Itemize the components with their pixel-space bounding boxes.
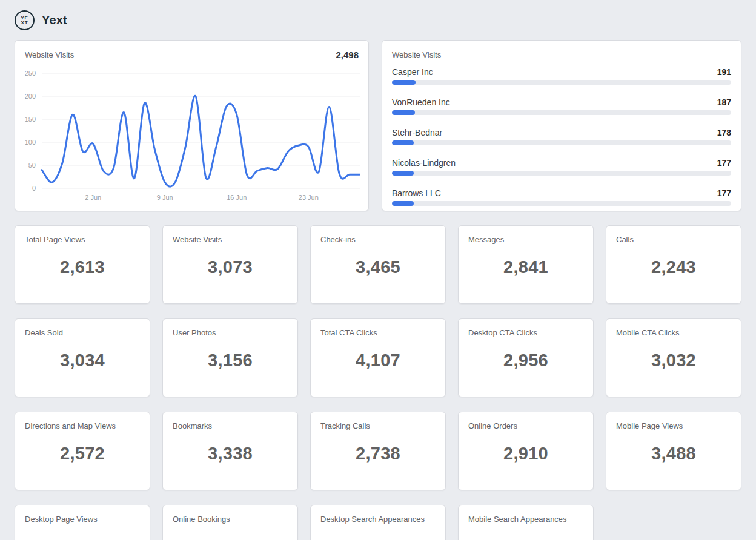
metric-value: 3,032 <box>616 351 731 370</box>
entity-bar-fill <box>392 80 416 85</box>
entity-value: 178 <box>717 128 731 137</box>
dashboard-page: YE XT Yext Website Visits 2,498 05010015… <box>0 0 756 540</box>
entity-card-title: Website Visits <box>392 50 731 59</box>
metric-label: Tracking Calls <box>320 421 436 430</box>
brand-title: Yext <box>42 13 67 27</box>
metric-label: Check-ins <box>320 235 436 244</box>
metric-value: 3,338 <box>173 444 288 464</box>
metric-card: Mobile Page Views 3,488 <box>606 412 741 490</box>
metric-label: Desktop CTA Clicks <box>468 328 583 337</box>
metric-label: Desktop Search Appearances <box>320 515 436 524</box>
metric-label: Online Orders <box>468 421 583 430</box>
metric-label: Online Bookings <box>173 515 288 524</box>
entity-list-item: Casper Inc 191 <box>392 67 731 85</box>
entity-bar-track <box>392 80 731 85</box>
metric-card: Desktop CTA Clicks 2,956 <box>458 318 594 397</box>
metric-value: 2,910 <box>468 444 583 464</box>
metric-value: 2,738 <box>320 444 436 464</box>
website-visits-chart-card: Website Visits 2,498 0501001502002502 Ju… <box>15 40 369 211</box>
entity-name: Stehr-Bednar <box>392 128 442 137</box>
chart-title: Website Visits <box>25 50 74 59</box>
metric-card: Check-ins 3,465 <box>310 225 446 304</box>
entity-name: Barrows LLC <box>392 188 441 198</box>
y-tick-label: 0 <box>32 185 36 192</box>
metric-label: Desktop Page Views <box>25 515 140 524</box>
metric-label: Bookmarks <box>173 421 288 430</box>
metric-card: Calls 2,243 <box>606 225 741 304</box>
metric-card: Total Page Views 2,613 <box>15 225 150 304</box>
metric-card: Desktop Search Appearances <box>310 505 446 540</box>
x-tick-label: 2 Jun <box>85 194 101 201</box>
metric-card: Desktop Page Views <box>15 505 150 540</box>
entity-bar-track <box>392 110 731 115</box>
entity-name: Casper Inc <box>392 67 433 77</box>
metric-label: Website Visits <box>173 235 288 244</box>
metric-label: Mobile Page Views <box>616 421 731 430</box>
metric-value: 2,956 <box>468 351 583 370</box>
entity-list-item: Nicolas-Lindgren 177 <box>392 157 731 176</box>
entity-value: 191 <box>717 67 731 77</box>
metric-card: User Photos 3,156 <box>162 318 298 397</box>
metric-label: Messages <box>468 235 583 244</box>
entity-value: 187 <box>717 97 731 107</box>
metric-card: Tracking Calls 2,738 <box>310 412 446 490</box>
metric-value: 3,034 <box>25 351 140 370</box>
metrics-grid: Total Page Views 2,613 Website Visits 3,… <box>15 225 741 540</box>
entity-name: Nicolas-Lindgren <box>392 158 456 168</box>
visits-line-series <box>42 96 360 186</box>
entity-name-row: Nicolas-Lindgren 177 <box>392 157 731 168</box>
entity-list: Casper Inc 191 VonRueden Inc 187 Stehr-B… <box>392 67 731 206</box>
entity-name-row: Barrows LLC 177 <box>392 188 731 198</box>
entity-bar-track <box>392 140 731 145</box>
x-tick-label: 23 Jun <box>299 194 319 201</box>
metric-value: 3,488 <box>616 444 731 464</box>
top-row: Website Visits 2,498 0501001502002502 Ju… <box>15 40 741 211</box>
metric-value: 2,841 <box>468 257 583 277</box>
entity-bar-track <box>392 171 731 176</box>
entity-name-row: Stehr-Bednar 178 <box>392 127 731 137</box>
metric-label: Deals Sold <box>25 328 140 337</box>
metric-card: Total CTA Clicks 4,107 <box>310 318 446 397</box>
y-tick-label: 200 <box>25 93 36 100</box>
entity-value: 177 <box>717 158 731 168</box>
metric-value: 2,613 <box>25 257 140 277</box>
entity-list-item: Stehr-Bednar 178 <box>392 127 731 145</box>
metric-card: Bookmarks 3,338 <box>162 412 298 490</box>
metric-value: 2,243 <box>616 257 731 277</box>
metric-label: Mobile CTA Clicks <box>616 328 731 337</box>
metric-card: Directions and Map Views 2,572 <box>15 412 150 490</box>
metric-label: Total Page Views <box>25 235 140 244</box>
metric-value: 4,107 <box>320 351 436 370</box>
metric-card: Deals Sold 3,034 <box>15 318 150 397</box>
entity-bar-fill <box>392 201 414 206</box>
metric-label: User Photos <box>173 328 288 337</box>
entity-value: 177 <box>717 188 731 198</box>
entity-bar-fill <box>392 110 415 115</box>
metric-value: 3,465 <box>320 257 436 277</box>
entity-name: VonRueden Inc <box>392 97 450 107</box>
chart-header: Website Visits 2,498 <box>25 49 359 60</box>
entity-bar-fill <box>392 171 414 176</box>
x-tick-label: 16 Jun <box>227 194 247 201</box>
entity-bar-fill <box>392 140 414 145</box>
chart-total-value: 2,498 <box>336 50 359 60</box>
metric-label: Calls <box>616 235 731 244</box>
entity-list-item: Barrows LLC 177 <box>392 188 731 206</box>
entity-visits-card: Website Visits Casper Inc 191 VonRueden … <box>382 40 741 211</box>
metric-card: Mobile Search Appearances <box>458 505 594 540</box>
page-header: YE XT Yext <box>15 0 741 30</box>
entity-name-row: VonRueden Inc 187 <box>392 97 731 107</box>
visits-line-chart[interactable]: 0501001502002502 Jun9 Jun16 Jun23 Jun <box>25 60 360 204</box>
metric-value: 3,156 <box>173 351 288 370</box>
yext-logo-text-bottom: XT <box>21 21 28 25</box>
entity-bar-track <box>392 201 731 206</box>
metric-card: Online Bookings <box>162 505 298 540</box>
metric-card: Messages 2,841 <box>458 225 594 304</box>
metric-label: Directions and Map Views <box>25 421 140 430</box>
metric-value: 2,572 <box>25 444 140 464</box>
metric-card: Online Orders 2,910 <box>458 412 594 490</box>
y-tick-label: 250 <box>25 70 36 77</box>
y-tick-label: 100 <box>25 139 36 146</box>
metric-card: Website Visits 3,073 <box>162 225 298 304</box>
x-tick-label: 9 Jun <box>157 194 173 201</box>
